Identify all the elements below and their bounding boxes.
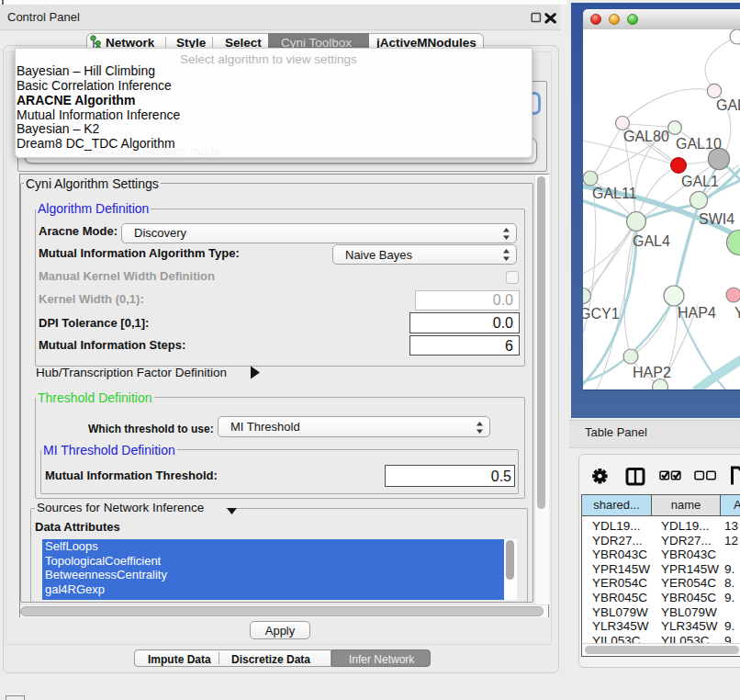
svg-text:HAP4: HAP4 (678, 305, 716, 321)
svg-text:SWI4: SWI4 (699, 211, 734, 227)
svg-text:GAL11: GAL11 (592, 186, 637, 201)
svg-text:GAL10: GAL10 (676, 136, 722, 152)
svg-text:GAL1: GAL1 (681, 174, 719, 189)
svg-text:GAL80: GAL80 (623, 129, 669, 144)
svg-text:HAP2: HAP2 (633, 365, 671, 380)
svg-text:GAL: GAL (716, 97, 740, 113)
svg-text:Y: Y (734, 305, 740, 321)
svg-text:GCY1: GCY1 (583, 306, 620, 322)
svg-text:GAL4: GAL4 (633, 233, 670, 249)
